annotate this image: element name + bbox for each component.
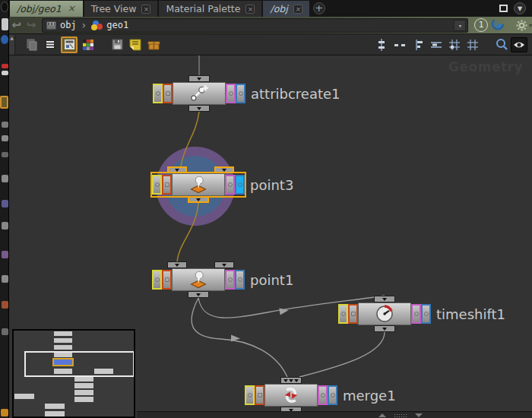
input-connector-1[interactable] bbox=[167, 261, 187, 268]
distribute-vertical-icon[interactable] bbox=[374, 37, 389, 52]
bypass-flag[interactable] bbox=[338, 304, 348, 324]
merge-icon bbox=[280, 385, 302, 405]
copy-parameters-icon[interactable] bbox=[24, 37, 40, 52]
expand-up-icon[interactable] bbox=[378, 413, 386, 417]
output-connector[interactable] bbox=[374, 325, 395, 332]
snap-grid-icon[interactable] bbox=[447, 37, 462, 52]
tab-close-icon[interactable]: × bbox=[293, 5, 302, 14]
template-flag[interactable] bbox=[225, 175, 235, 195]
left-shelf-strip[interactable] bbox=[0, 0, 9, 418]
tab-close-icon[interactable]: × bbox=[67, 5, 76, 14]
template-flag[interactable] bbox=[225, 270, 235, 290]
gallery-box-icon[interactable] bbox=[146, 37, 161, 52]
node-label: point3 bbox=[250, 177, 293, 193]
bypass-flag[interactable] bbox=[245, 385, 255, 405]
display-flag[interactable] bbox=[236, 84, 245, 103]
grid-icon[interactable] bbox=[465, 37, 480, 52]
bottom-parm-strip[interactable] bbox=[137, 411, 532, 418]
tab-close-icon[interactable]: × bbox=[141, 5, 150, 14]
wire-timeshift1-merge1 bbox=[299, 332, 385, 377]
input-connector-2[interactable] bbox=[214, 166, 234, 173]
tab-material-palette[interactable]: Material Palette × bbox=[159, 1, 261, 17]
multi-input-connector[interactable] bbox=[280, 377, 302, 384]
snapshot-count-badge[interactable]: 1 bbox=[474, 18, 488, 32]
node-point1[interactable]: point1 bbox=[152, 268, 245, 291]
input-connector[interactable] bbox=[374, 296, 395, 302]
new-tab-button[interactable]: + bbox=[313, 2, 325, 14]
node-body[interactable] bbox=[358, 302, 411, 325]
tab-obj[interactable]: /obj × bbox=[263, 1, 309, 17]
settings-gear-button[interactable]: ▾ bbox=[515, 19, 532, 32]
list-view-icon[interactable] bbox=[43, 37, 58, 52]
display-flag[interactable] bbox=[328, 385, 337, 405]
bypass-flag[interactable] bbox=[152, 270, 162, 290]
output-connector[interactable] bbox=[188, 196, 209, 203]
visibility-button[interactable] bbox=[511, 37, 527, 52]
display-flag[interactable] bbox=[421, 304, 431, 324]
lock-flag[interactable] bbox=[255, 385, 264, 405]
breadcrumb-root[interactable]: obj bbox=[60, 20, 77, 30]
display-flag[interactable] bbox=[235, 175, 245, 195]
forward-button[interactable]: ↪ bbox=[24, 18, 38, 32]
lock-flag[interactable] bbox=[162, 270, 172, 290]
node-merge1[interactable]: merge1 bbox=[245, 384, 337, 407]
network-view-icon[interactable] bbox=[61, 36, 78, 53]
network-path-field[interactable]: obj › geo1 ▾ bbox=[42, 18, 469, 33]
obj-context-icon bbox=[46, 21, 56, 30]
template-flag[interactable] bbox=[411, 304, 421, 324]
spacing-horizontal-icon[interactable] bbox=[392, 37, 407, 52]
display-flag[interactable] bbox=[235, 270, 245, 290]
output-connector[interactable] bbox=[188, 291, 209, 298]
lock-flag[interactable] bbox=[163, 84, 173, 103]
bypass-flag[interactable] bbox=[152, 175, 162, 195]
minimap-view-rectangle[interactable] bbox=[24, 351, 135, 377]
network-overview-map[interactable] bbox=[12, 329, 135, 418]
zoom-icon[interactable] bbox=[494, 37, 509, 52]
template-flag[interactable] bbox=[226, 84, 236, 103]
link-follow-icon[interactable] bbox=[492, 17, 505, 33]
shelf-icon bbox=[2, 175, 8, 182]
shelf-icon bbox=[1, 409, 8, 416]
bypass-flag[interactable] bbox=[153, 84, 163, 103]
context-watermark: Geometry bbox=[448, 59, 523, 74]
template-flag[interactable] bbox=[318, 385, 328, 405]
minimap-node bbox=[45, 411, 65, 416]
tab-tree-view[interactable]: Tree View × bbox=[84, 1, 158, 17]
tab-close-icon[interactable]: × bbox=[245, 5, 255, 14]
sticky-note-icon[interactable] bbox=[128, 37, 143, 52]
node-body[interactable] bbox=[172, 173, 225, 196]
output-connector[interactable] bbox=[188, 105, 210, 112]
input-connector-1[interactable] bbox=[167, 166, 187, 173]
eye-icon bbox=[513, 40, 525, 49]
lock-flag[interactable] bbox=[348, 304, 358, 324]
node-timeshift1[interactable]: timeshift1 bbox=[338, 302, 431, 325]
pane-controls: ▼ bbox=[499, 0, 532, 17]
input-connector-2[interactable] bbox=[214, 261, 234, 268]
input-connector[interactable] bbox=[188, 75, 210, 82]
node-attribcreate1[interactable]: attribcreate1 bbox=[153, 82, 245, 105]
node-label: attribcreate1 bbox=[251, 86, 340, 102]
minimap-node bbox=[74, 397, 93, 402]
layout-snap-tools bbox=[372, 37, 532, 52]
geometry-node-icon bbox=[91, 21, 103, 30]
path-dropdown-icon[interactable]: ▾ bbox=[454, 20, 466, 31]
toolbar-scroll-handle[interactable]: ▲ bbox=[9, 35, 15, 55]
grip-dots-icon bbox=[394, 413, 407, 418]
snap-lines-icon[interactable] bbox=[429, 37, 444, 52]
minimap-node bbox=[74, 376, 93, 382]
network-canvas[interactable]: Geometry bbox=[9, 55, 532, 418]
node-body[interactable] bbox=[172, 268, 225, 291]
collapse-down-icon[interactable] bbox=[415, 413, 423, 417]
save-icon[interactable] bbox=[109, 37, 125, 52]
tab-obj-geo1[interactable]: /obj/geo1 × bbox=[10, 1, 83, 17]
node-point3[interactable]: point3 bbox=[152, 173, 245, 196]
node-body[interactable] bbox=[173, 82, 226, 105]
node-body[interactable] bbox=[264, 384, 318, 407]
back-button[interactable]: ↩ bbox=[9, 18, 24, 32]
color-palette-icon[interactable] bbox=[81, 37, 96, 52]
lock-flag[interactable] bbox=[162, 175, 172, 195]
align-icon[interactable] bbox=[410, 37, 426, 52]
breadcrumb-current[interactable]: geo1 bbox=[106, 20, 128, 30]
pane-menu-icon[interactable]: ▼ bbox=[514, 2, 526, 14]
pane-maximize-icon[interactable] bbox=[499, 5, 508, 12]
